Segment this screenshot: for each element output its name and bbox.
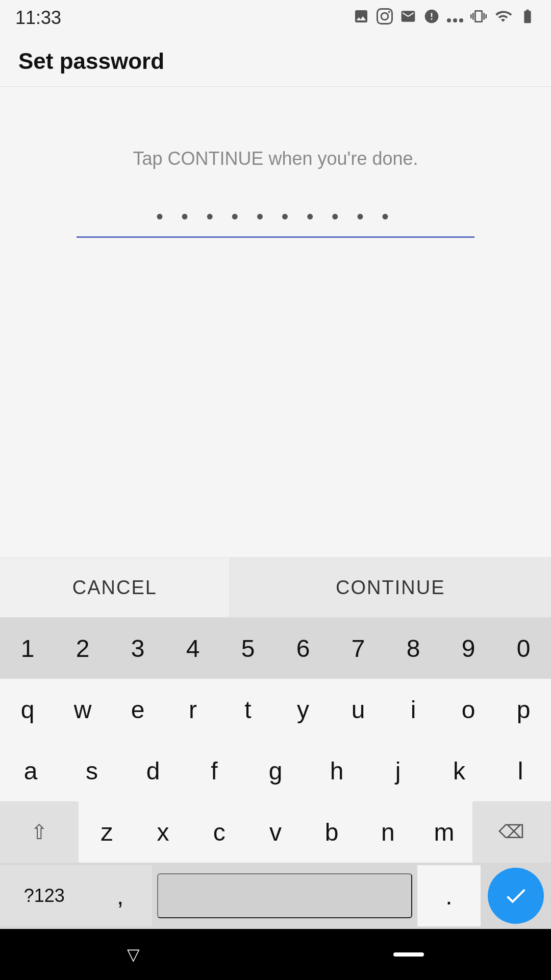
status-time: 11:33 <box>15 7 61 29</box>
key-d[interactable]: d <box>122 740 184 801</box>
key-9[interactable]: 9 <box>441 618 496 679</box>
key-o[interactable]: o <box>441 679 496 740</box>
key-v[interactable]: v <box>247 801 304 863</box>
period-key[interactable]: . <box>417 865 481 926</box>
svg-point-1 <box>453 18 457 22</box>
more-icon <box>447 10 463 26</box>
cancel-button[interactable]: CANCEL <box>0 558 230 617</box>
key-c[interactable]: c <box>191 801 247 863</box>
key-q[interactable]: q <box>0 679 55 740</box>
done-key[interactable] <box>488 868 544 924</box>
main-content: Tap CONTINUE when you're done. • • • • •… <box>0 87 551 557</box>
shift-key[interactable]: ⇧ <box>0 801 79 863</box>
svg-point-2 <box>459 18 463 22</box>
asdf-row: a s d f g h j k l <box>0 740 551 801</box>
key-i[interactable]: i <box>386 679 441 740</box>
key-2[interactable]: 2 <box>55 618 110 679</box>
password-underline <box>77 236 474 238</box>
wifi-icon <box>494 8 512 28</box>
action-row: CANCEL CONTINUE <box>0 557 551 618</box>
back-nav-icon[interactable]: ▽ <box>127 945 140 964</box>
checkmark-icon <box>503 883 529 909</box>
gallery-icon <box>353 8 369 28</box>
key-8[interactable]: 8 <box>386 618 441 679</box>
status-icons <box>353 8 536 28</box>
key-3[interactable]: 3 <box>110 618 165 679</box>
key-j[interactable]: j <box>367 740 429 801</box>
key-b[interactable]: b <box>304 801 360 863</box>
battery-icon <box>519 8 536 28</box>
comma-key[interactable]: , <box>89 865 152 926</box>
key-l[interactable]: l <box>490 740 551 801</box>
bottom-row: ?123 , . <box>0 863 551 929</box>
key-1[interactable]: 1 <box>0 618 55 679</box>
qwerty-row: q w e r t y u i o p <box>0 679 551 740</box>
app-bar: Set password <box>0 36 551 87</box>
key-4[interactable]: 4 <box>165 618 220 679</box>
key-t[interactable]: t <box>220 679 276 740</box>
key-w[interactable]: w <box>55 679 110 740</box>
svg-point-0 <box>447 18 451 22</box>
key-k[interactable]: k <box>429 740 490 801</box>
vibrate-icon <box>470 8 487 28</box>
keyboard-area: CANCEL CONTINUE 1 2 3 4 5 6 7 8 9 0 q w … <box>0 557 551 929</box>
page-title: Set password <box>18 48 164 74</box>
nav-bar: ▽ <box>0 929 551 980</box>
key-u[interactable]: u <box>331 679 386 740</box>
mail-icon <box>400 8 416 28</box>
key-a[interactable]: a <box>0 740 61 801</box>
key-p[interactable]: p <box>496 679 551 740</box>
continue-button[interactable]: CONTINUE <box>230 558 551 617</box>
key-n[interactable]: n <box>360 801 416 863</box>
key-x[interactable]: x <box>135 801 191 863</box>
space-key[interactable] <box>157 873 412 918</box>
password-field-container[interactable]: • • • • • • • • • • <box>77 200 474 238</box>
key-g[interactable]: g <box>245 740 306 801</box>
key-6[interactable]: 6 <box>276 618 331 679</box>
key-h[interactable]: h <box>306 740 367 801</box>
key-f[interactable]: f <box>184 740 245 801</box>
zxcv-row: ⇧ z x c v b n m ⌫ <box>0 801 551 863</box>
instruction-text: Tap CONTINUE when you're done. <box>133 148 418 169</box>
key-s[interactable]: s <box>61 740 122 801</box>
key-5[interactable]: 5 <box>220 618 276 679</box>
shift-icon: ⇧ <box>31 820 48 844</box>
numeric-key[interactable]: ?123 <box>0 865 89 926</box>
key-7[interactable]: 7 <box>331 618 386 679</box>
key-m[interactable]: m <box>416 801 472 863</box>
key-r[interactable]: r <box>165 679 220 740</box>
status-bar: 11:33 <box>0 0 551 36</box>
alert-icon <box>423 8 440 28</box>
key-0[interactable]: 0 <box>496 618 551 679</box>
password-dots: • • • • • • • • • • <box>77 200 474 236</box>
delete-icon: ⌫ <box>498 821 524 843</box>
key-z[interactable]: z <box>79 801 135 863</box>
key-e[interactable]: e <box>110 679 165 740</box>
delete-key[interactable]: ⌫ <box>472 801 551 863</box>
instagram-icon <box>377 8 393 28</box>
home-nav-icon[interactable] <box>393 952 424 957</box>
key-y[interactable]: y <box>276 679 331 740</box>
number-row: 1 2 3 4 5 6 7 8 9 0 <box>0 618 551 679</box>
